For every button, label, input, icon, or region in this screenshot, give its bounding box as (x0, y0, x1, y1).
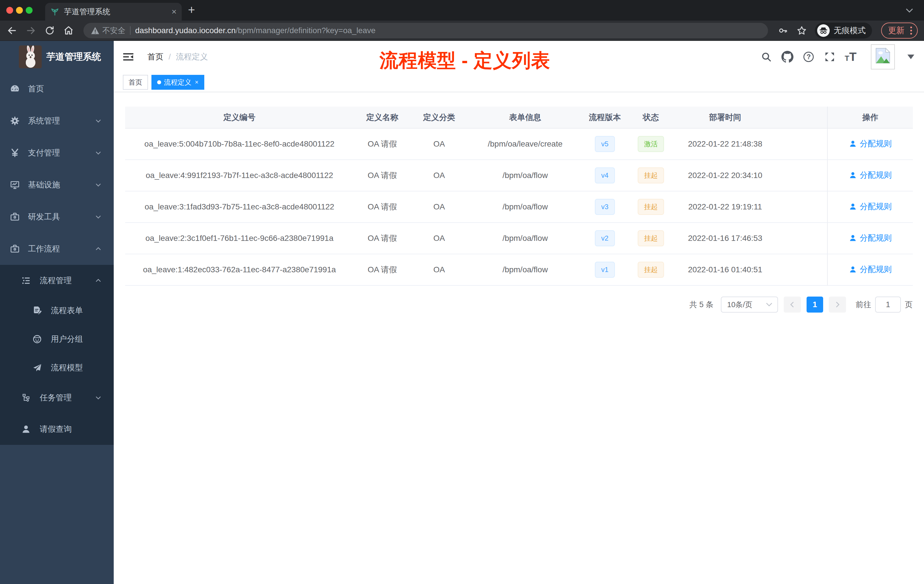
table-header-row: 定义编号定义名称定义分类表单信息流程版本状态部署时间操作 (125, 107, 913, 128)
definition-table: 定义编号定义名称定义分类表单信息流程版本状态部署时间操作 oa_leave:5:… (125, 107, 913, 286)
browser-menu-kebab-icon[interactable] (910, 26, 912, 35)
page-unit-label: 页 (905, 299, 912, 310)
cell-form-info-link[interactable]: /bpm/oa/leave/create (467, 128, 583, 160)
chevron-down-icon (94, 394, 102, 402)
cell-form-info-link[interactable]: /bpm/oa/flow (467, 223, 583, 254)
cell-definition-category: OA (411, 160, 467, 191)
assign-rule-label[interactable]: 分配规则 (860, 170, 892, 181)
browser-tab[interactable]: 芋道管理系统 × (45, 3, 182, 21)
pagination-total: 共 5 条 (690, 299, 713, 310)
sidebar-item-4[interactable]: 基础设施 (0, 169, 114, 201)
assign-rule-label[interactable]: 分配规则 (860, 264, 892, 275)
sidebar-item-8[interactable]: 流程表单 (0, 296, 114, 325)
reload-icon[interactable] (44, 25, 55, 36)
bookmark-star-icon[interactable] (796, 25, 807, 36)
cell-form-info-link[interactable]: /bpm/oa/flow (467, 191, 583, 223)
cell-definition-category: OA (411, 254, 467, 285)
status-tag: 挂起 (638, 199, 664, 215)
window-close-button[interactable] (6, 7, 13, 14)
cell-definition-name-link[interactable]: OA 请假 (354, 160, 411, 191)
update-label[interactable]: 更新 (888, 25, 904, 36)
sidebar-item-label: 用户分组 (51, 334, 83, 345)
sidebar-item-label: 支付管理 (28, 147, 60, 158)
sidebar-item-10[interactable]: 流程模型 (0, 353, 114, 382)
help-icon[interactable]: ? (802, 51, 815, 63)
cell-form-info-link[interactable]: /bpm/oa/flow (467, 160, 583, 191)
cell-deploy-time: 2022-01-16 01:40:51 (675, 254, 776, 285)
sidebar-item-5[interactable]: 研发工具 (0, 201, 114, 233)
sidebar-item-9[interactable]: 用户分组 (0, 325, 114, 353)
column-header-7: 部署时间 (675, 107, 776, 128)
sidebar-item-7[interactable]: 流程管理 (0, 265, 114, 296)
browser-toolbar: 不安全 dashboard.yudao.iocoder.cn/bpm/manag… (0, 21, 924, 41)
search-icon[interactable] (760, 51, 772, 63)
cell-form-info-link[interactable]: /bpm/oa/flow (467, 254, 583, 285)
tag-close-icon[interactable]: × (195, 79, 198, 86)
next-page-button[interactable] (829, 297, 846, 313)
font-size-icon[interactable]: TT (845, 52, 856, 62)
window-zoom-button[interactable] (26, 7, 33, 14)
tag-view-2[interactable]: 流程定义× (152, 75, 204, 90)
tab-search-chevron-icon[interactable] (905, 7, 914, 14)
cell-definition-name-link[interactable]: OA 请假 (354, 223, 411, 254)
home-icon[interactable] (63, 25, 74, 36)
sidebar-toggle-icon[interactable] (123, 51, 134, 62)
briefcase-icon (10, 244, 20, 254)
assign-rule-button[interactable]: 分配规则 (849, 264, 892, 275)
cell-definition-name-link[interactable]: OA 请假 (354, 254, 411, 285)
org-tree-icon (21, 393, 31, 403)
sidebar-item-1[interactable]: 首页 (0, 73, 114, 105)
assign-rule-button[interactable]: 分配规则 (849, 170, 892, 181)
sidebar-item-11[interactable]: 任务管理 (0, 382, 114, 413)
page-content: 定义编号定义名称定义分类表单信息流程版本状态部署时间操作 oa_leave:5:… (114, 92, 924, 313)
browser-update-button[interactable]: 更新 (881, 23, 918, 39)
new-tab-button[interactable]: + (188, 4, 195, 16)
github-icon[interactable] (781, 51, 794, 63)
cell-definition-name-link[interactable]: OA 请假 (354, 128, 411, 160)
sidebar-item-12[interactable]: 请假查询 (0, 413, 114, 445)
breadcrumb-current: 流程定义 (176, 51, 208, 62)
tag-view-1[interactable]: 首页 (123, 75, 148, 90)
chevron-down-icon (94, 117, 102, 125)
sidebar-item-6[interactable]: 工作流程 (0, 233, 114, 265)
table-row: oa_leave:3:1fad3d93-7b75-11ec-a3c8-acde4… (125, 191, 913, 223)
sidebar-item-2[interactable]: 系统管理 (0, 105, 114, 137)
sidebar-logo-row[interactable]: 芋道管理系统 (0, 41, 114, 73)
monitor-icon (10, 180, 20, 190)
assign-rule-label[interactable]: 分配规则 (860, 201, 892, 212)
cell-process-version: v3 (583, 191, 627, 223)
assign-rule-button[interactable]: 分配规则 (849, 201, 892, 212)
forward-icon[interactable] (25, 25, 36, 36)
page-size-select[interactable]: 10条/页 (721, 297, 778, 313)
column-header-3: 定义分类 (411, 107, 467, 128)
table-body: oa_leave:5:004b710b-7b8a-11ec-8ef0-acde4… (125, 128, 913, 285)
fullscreen-icon[interactable] (823, 51, 836, 63)
page-number-1[interactable]: 1 (807, 297, 823, 313)
assign-rule-label[interactable]: 分配规则 (860, 233, 892, 243)
assign-rule-label[interactable]: 分配规则 (860, 138, 892, 149)
chevron-up-icon (94, 245, 102, 253)
assign-rule-button[interactable]: 分配规则 (849, 138, 892, 149)
goto-page-input[interactable] (875, 297, 901, 313)
column-header-8: 操作 (827, 107, 913, 128)
version-tag: v3 (595, 199, 615, 215)
sidebar-item-3[interactable]: 支付管理 (0, 137, 114, 169)
assign-rule-button[interactable]: 分配规则 (849, 233, 892, 243)
sidebar-item-label: 流程表单 (51, 305, 83, 316)
address-divider (130, 26, 130, 35)
column-header-2: 定义名称 (354, 107, 411, 128)
password-key-icon[interactable] (777, 25, 789, 36)
cell-deploy-time: 2022-01-22 21:48:38 (675, 128, 776, 160)
user-menu-caret-icon[interactable] (908, 54, 914, 59)
window-minimize-button[interactable] (16, 7, 23, 14)
table-row: oa_leave:1:482ec033-762a-11ec-8477-a2380… (125, 254, 913, 285)
tab-close-icon[interactable]: × (172, 7, 177, 16)
breadcrumb-home[interactable]: 首页 (147, 51, 163, 62)
avatar[interactable] (871, 44, 895, 69)
address-bar[interactable]: 不安全 dashboard.yudao.iocoder.cn/bpm/manag… (83, 23, 768, 38)
cell-definition-name-link[interactable]: OA 请假 (354, 191, 411, 223)
incognito-icon (817, 24, 830, 37)
back-icon[interactable] (6, 25, 18, 36)
security-label[interactable]: 不安全 (102, 25, 125, 36)
prev-page-button[interactable] (784, 297, 801, 313)
